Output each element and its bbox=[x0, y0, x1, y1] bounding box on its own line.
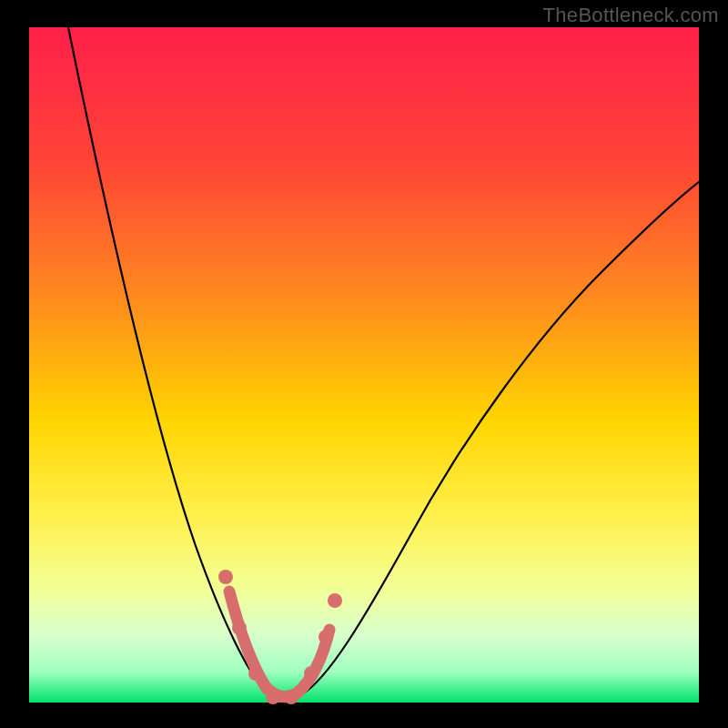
bead-dot bbox=[218, 570, 233, 584]
bead-dot bbox=[318, 630, 333, 644]
chart-stage: TheBottleneck.com bbox=[0, 0, 728, 728]
bottleneck-chart bbox=[0, 0, 728, 728]
bead-dot bbox=[328, 593, 342, 608]
bead-dot bbox=[232, 621, 247, 635]
bead-dot bbox=[304, 666, 318, 681]
watermark-text: TheBottleneck.com bbox=[543, 4, 719, 27]
bead-dot bbox=[266, 690, 280, 704]
bead-dot bbox=[248, 666, 263, 681]
bead-dot bbox=[284, 690, 298, 704]
plot-background bbox=[29, 27, 699, 703]
